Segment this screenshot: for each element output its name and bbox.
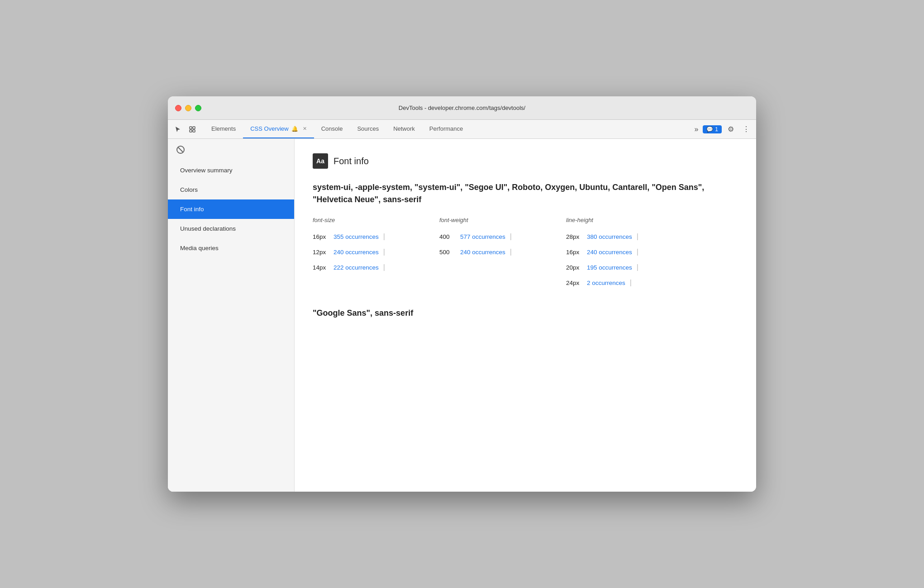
- font-size-occ-1[interactable]: 355 occurrences: [333, 233, 379, 240]
- line-height-occ-4[interactable]: 2 occurrences: [587, 280, 625, 286]
- font-table-1: font-size font-weight line-height 16px 3…: [313, 217, 738, 290]
- section-header: Aa Font info: [313, 153, 738, 169]
- font-weight-occ-2[interactable]: 240 occurrences: [460, 249, 505, 256]
- block-icon[interactable]: [175, 144, 186, 155]
- font-icon: Aa: [313, 153, 328, 169]
- bar-1: |: [383, 232, 385, 241]
- content-panel[interactable]: Aa Font info system-ui, -apple-system, "…: [295, 139, 756, 492]
- devtools-window: DevTools - developer.chrome.com/tags/dev…: [168, 96, 756, 492]
- line-height-row-4: 24px 2 occurrences |: [566, 275, 738, 290]
- toolbar: Elements CSS Overview 🔔 ✕ Console Source…: [168, 120, 756, 139]
- settings-icon[interactable]: ⚙: [724, 123, 737, 136]
- sidebar-item-media-queries[interactable]: Media queries: [168, 238, 294, 258]
- font-size-value-2: 12px: [313, 249, 329, 256]
- tab-list: Elements CSS Overview 🔔 ✕ Console Source…: [204, 120, 689, 138]
- svg-rect-2: [190, 130, 192, 132]
- line-height-row-3: 20px 195 occurrences |: [566, 260, 738, 275]
- tab-network-label: Network: [393, 125, 415, 132]
- toolbar-icons: [171, 120, 204, 138]
- close-button[interactable]: [175, 105, 181, 111]
- bar-4: |: [383, 248, 385, 256]
- sidebar-nav: Overview summary Colors Font info Unused…: [168, 161, 294, 492]
- col-header-font-size: font-size: [313, 217, 439, 229]
- tab-sources[interactable]: Sources: [350, 120, 386, 138]
- font-weight-row-1: 400 577 occurrences |: [439, 229, 566, 244]
- font-size-occ-3[interactable]: 222 occurrences: [333, 264, 379, 271]
- tab-sources-label: Sources: [357, 125, 379, 132]
- sidebar-item-overview-summary[interactable]: Overview summary: [168, 161, 294, 180]
- tab-network[interactable]: Network: [386, 120, 422, 138]
- font-family-name-2: "Google Sans", sans-serif: [313, 308, 738, 318]
- notification-count: 1: [715, 126, 718, 133]
- line-height-value-3: 20px: [566, 264, 582, 271]
- line-height-occ-1[interactable]: 380 occurrences: [587, 233, 632, 240]
- menu-icon[interactable]: ⋮: [740, 123, 753, 136]
- title-bar: DevTools - developer.chrome.com/tags/dev…: [168, 96, 756, 120]
- traffic-lights: [175, 105, 201, 111]
- tab-elements[interactable]: Elements: [204, 120, 243, 138]
- sidebar-item-unused-declarations[interactable]: Unused declarations: [168, 219, 294, 238]
- sidebar-item-media-queries-label: Media queries: [180, 245, 219, 251]
- bar-7: |: [383, 263, 385, 271]
- cursor-icon[interactable]: [171, 123, 184, 136]
- font-size-row-4: [313, 275, 439, 290]
- bar-3: |: [637, 232, 638, 241]
- tab-css-overview[interactable]: CSS Overview 🔔 ✕: [243, 120, 314, 138]
- maximize-button[interactable]: [195, 105, 201, 111]
- tab-performance-label: Performance: [429, 125, 463, 132]
- col-header-font-weight: font-weight: [439, 217, 566, 229]
- sidebar-header: [168, 139, 294, 161]
- font-family-name-1: system-ui, -apple-system, "system-ui", "…: [313, 181, 738, 206]
- sidebar: Overview summary Colors Font info Unused…: [168, 139, 295, 492]
- font-weight-row-4: [439, 275, 566, 290]
- svg-rect-1: [193, 127, 195, 129]
- inspect-icon[interactable]: [186, 123, 199, 136]
- line-height-occ-3[interactable]: 195 occurrences: [587, 264, 632, 271]
- minimize-button[interactable]: [185, 105, 191, 111]
- notification-chat-icon: 💬: [706, 126, 713, 133]
- sidebar-item-overview-summary-label: Overview summary: [180, 167, 233, 174]
- sidebar-item-font-info-label: Font info: [180, 206, 204, 213]
- line-height-occ-2[interactable]: 240 occurrences: [587, 249, 632, 256]
- font-weight-row-2: 500 240 occurrences |: [439, 244, 566, 260]
- tab-close-icon[interactable]: ✕: [303, 126, 307, 132]
- svg-rect-3: [193, 130, 195, 132]
- line-height-value-2: 16px: [566, 249, 582, 256]
- bar-6: |: [637, 248, 638, 256]
- bar-5: |: [510, 248, 512, 256]
- font-size-row-3: 14px 222 occurrences |: [313, 260, 439, 275]
- tab-console-label: Console: [321, 125, 343, 132]
- more-tabs-button[interactable]: »: [692, 125, 700, 133]
- font-weight-occ-1[interactable]: 577 occurrences: [460, 233, 505, 240]
- bar-8: |: [637, 263, 638, 271]
- warning-icon: 🔔: [291, 126, 298, 132]
- tab-css-overview-label: CSS Overview: [250, 125, 289, 132]
- bar-9: |: [630, 279, 632, 287]
- col-header-line-height: line-height: [566, 217, 738, 229]
- window-title: DevTools - developer.chrome.com/tags/dev…: [399, 104, 525, 111]
- line-height-row-1: 28px 380 occurrences |: [566, 229, 738, 244]
- notification-button[interactable]: 💬 1: [703, 125, 722, 133]
- tab-elements-label: Elements: [211, 125, 236, 132]
- main-area: Overview summary Colors Font info Unused…: [168, 139, 756, 492]
- svg-rect-0: [190, 127, 192, 129]
- line-height-value-4: 24px: [566, 280, 582, 286]
- font-weight-value-2: 500: [439, 249, 456, 256]
- sidebar-item-colors-label: Colors: [180, 186, 198, 193]
- bar-2: |: [510, 232, 512, 241]
- sidebar-item-colors[interactable]: Colors: [168, 180, 294, 199]
- tab-performance[interactable]: Performance: [422, 120, 470, 138]
- section-title: Font info: [333, 156, 369, 166]
- tab-console[interactable]: Console: [314, 120, 350, 138]
- font-size-occ-2[interactable]: 240 occurrences: [333, 249, 379, 256]
- font-weight-row-3: [439, 260, 566, 275]
- font-size-row-1: 16px 355 occurrences |: [313, 229, 439, 244]
- sidebar-item-font-info[interactable]: Font info: [168, 199, 294, 219]
- svg-line-5: [178, 147, 183, 152]
- toolbar-right: » 💬 1 ⚙ ⋮: [689, 120, 753, 138]
- font-size-value-1: 16px: [313, 233, 329, 240]
- line-height-value-1: 28px: [566, 233, 582, 240]
- font-size-value-3: 14px: [313, 264, 329, 271]
- sidebar-item-unused-declarations-label: Unused declarations: [180, 225, 236, 232]
- font-size-row-2: 12px 240 occurrences |: [313, 244, 439, 260]
